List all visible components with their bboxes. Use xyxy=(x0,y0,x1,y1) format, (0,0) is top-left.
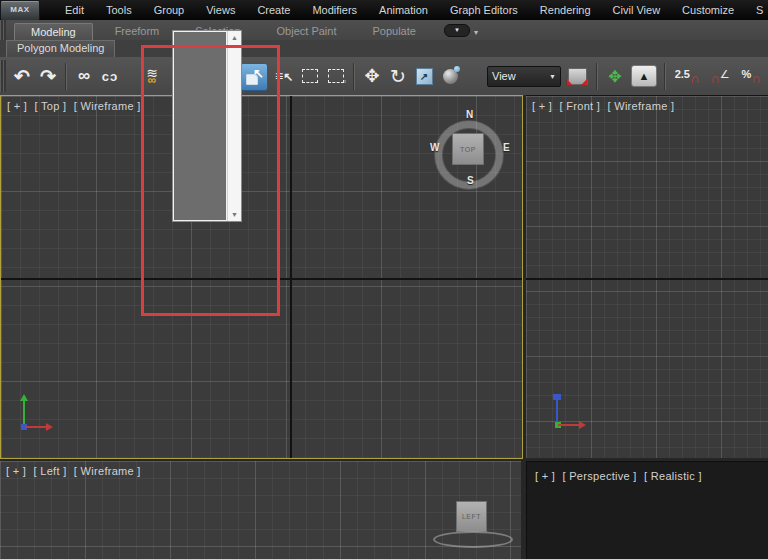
rectangular-selection-region-button[interactable] xyxy=(298,63,322,89)
select-and-link-button[interactable]: ∞ xyxy=(72,63,96,89)
use-pivot-point-center-button[interactable]: ◣ ◢ xyxy=(563,63,591,89)
panel-tab-polygon-modeling[interactable]: Polygon Modeling xyxy=(6,40,115,57)
coord-dropdown-arrow-icon: ▼ xyxy=(549,73,556,80)
snaps-toggle-button[interactable]: 2.5∩ xyxy=(671,63,703,89)
toolbar-separator xyxy=(664,63,666,90)
window-crossing-toggle-button[interactable]: ▫ xyxy=(324,63,348,89)
menu-scripting-clipped[interactable]: S xyxy=(745,0,768,20)
viewcube-compass-ellipse[interactable] xyxy=(433,531,513,548)
ribbon-drag-grip[interactable] xyxy=(0,20,6,40)
tab-object-paint[interactable]: Object Paint xyxy=(263,23,351,40)
viewcube-top-face[interactable]: TOP xyxy=(452,133,484,165)
scroll-up-icon[interactable]: ▲ xyxy=(228,34,241,41)
select-and-manipulate-button[interactable]: ✥ xyxy=(603,63,627,89)
viewport-name-button[interactable]: [ Perspective ] xyxy=(563,470,637,482)
scale-icon: ↗ xyxy=(416,68,433,85)
select-and-rotate-button[interactable]: ↻ xyxy=(386,63,410,89)
undo-icon: ↶ xyxy=(14,65,30,88)
window-crossing-icon: ▫ xyxy=(328,69,344,83)
axis-tripod-top xyxy=(13,394,57,438)
tab-modeling[interactable]: Modeling xyxy=(14,23,93,40)
move-icon: ✥ xyxy=(364,65,379,87)
viewport-name-button[interactable]: [ Top ] xyxy=(35,100,67,112)
manipulate-icon: ✥ xyxy=(608,67,621,86)
menu-bar: MAX Edit Tools Group Views Create Modifi… xyxy=(0,0,768,20)
reference-coordinate-system-dropdown[interactable]: View ▼ xyxy=(487,66,561,87)
pivot-center-icon: ◣ ◢ xyxy=(568,68,587,85)
compass-south-label[interactable]: S xyxy=(467,175,474,186)
ribbon-overflow-caret-icon[interactable]: ▾ xyxy=(474,28,478,37)
menu-edit[interactable]: Edit xyxy=(54,0,95,20)
viewport-menu-button[interactable]: [ + ] xyxy=(535,470,555,482)
compass-north-label[interactable]: N xyxy=(466,109,473,120)
toolbar-drag-grip[interactable] xyxy=(0,60,6,92)
unlink-icon: cɔ xyxy=(102,69,118,84)
grid-origin-line-horizontal xyxy=(526,278,768,280)
compass-east-label[interactable]: E xyxy=(503,142,510,153)
link-icon: ∞ xyxy=(78,66,90,86)
menu-group[interactable]: Group xyxy=(143,0,196,20)
select-and-scale-button[interactable]: ↗ xyxy=(412,63,436,89)
axis-x-icon xyxy=(46,423,53,431)
viewport-menu-button[interactable]: [ + ] xyxy=(532,100,552,112)
menu-tools[interactable]: Tools xyxy=(95,0,143,20)
menu-animation[interactable]: Animation xyxy=(368,0,439,20)
snap-magnet-icon: ∩ xyxy=(690,74,699,84)
select-and-move-button[interactable]: ✥ xyxy=(360,63,384,89)
redo-button[interactable]: ↷ xyxy=(36,63,60,89)
viewcube-left[interactable]: LEFT xyxy=(425,491,520,559)
tab-populate[interactable]: Populate xyxy=(358,23,429,40)
rotate-icon: ↻ xyxy=(390,65,406,88)
viewport-shading-button[interactable]: [ Wireframe ] xyxy=(607,100,674,112)
unlink-selection-button[interactable]: cɔ xyxy=(98,63,122,89)
viewcube-left-face[interactable]: LEFT xyxy=(456,501,487,532)
viewport-left-label: [ + ] [ Left ] [ Wireframe ] xyxy=(6,465,145,477)
angle-magnet-icon: ∩ xyxy=(710,74,719,84)
tab-freeform[interactable]: Freeform xyxy=(101,23,174,40)
percent-snap-toggle-button[interactable]: %∩ xyxy=(737,63,765,89)
menu-create[interactable]: Create xyxy=(246,0,301,20)
redo-icon: ↷ xyxy=(40,65,56,88)
percent-symbol: % xyxy=(741,68,751,80)
grid-origin-line-vertical xyxy=(290,96,292,458)
ribbon-panel-row: Polygon Modeling xyxy=(0,40,768,57)
viewcube-top[interactable]: N E S W TOP xyxy=(426,109,516,199)
viewport-shading-button[interactable]: [ Realistic ] xyxy=(644,470,702,482)
viewport-left[interactable]: [ + ] [ Left ] [ Wireframe ] LEFT xyxy=(0,461,521,559)
snap-value-label: 2.5 xyxy=(675,68,690,80)
viewport-top-label: [ + ] [ Top ] [ Wireframe ] xyxy=(7,100,145,112)
viewport-menu-button[interactable]: [ + ] xyxy=(6,465,26,477)
viewport-name-button[interactable]: [ Front ] xyxy=(560,100,601,112)
undo-button[interactable]: ↶ xyxy=(10,63,34,89)
viewport-perspective[interactable]: [ + ] [ Perspective ] [ Realistic ] xyxy=(526,461,768,559)
ribbon-minimize-icon[interactable]: ▼ xyxy=(444,24,470,37)
compass-west-label[interactable]: W xyxy=(430,142,439,153)
menu-views[interactable]: Views xyxy=(195,0,246,20)
percent-magnet-icon: ∩ xyxy=(751,74,760,84)
menu-graph-editors[interactable]: Graph Editors xyxy=(439,0,529,20)
menu-civil-view[interactable]: Civil View xyxy=(602,0,671,20)
menu-customize[interactable]: Customize xyxy=(671,0,745,20)
viewport-menu-button[interactable]: [ + ] xyxy=(7,100,27,112)
toolbar-separator xyxy=(353,63,355,90)
viewport-shading-button[interactable]: [ Wireframe ] xyxy=(74,100,141,112)
keyboard-shortcut-override-button[interactable]: ▲ xyxy=(629,63,659,89)
toolbar-separator xyxy=(596,63,598,90)
angle-snap-toggle-button[interactable]: ∩∠ xyxy=(705,63,735,89)
main-toolbar: ↶ ↷ ∞ cɔ ≋ ∞ ▼ ↖ ≡↖ ▫ ✥ ↻ xyxy=(0,57,768,96)
viewport-shading-button[interactable]: [ Wireframe ] xyxy=(74,465,141,477)
axis-x-icon xyxy=(579,421,586,429)
viewport-perspective-label: [ + ] [ Perspective ] [ Realistic ] xyxy=(535,470,706,482)
angle-symbol: ∠ xyxy=(720,68,730,81)
menu-rendering[interactable]: Rendering xyxy=(529,0,602,20)
viewport-name-button[interactable]: [ Left ] xyxy=(34,465,67,477)
coord-system-value: View xyxy=(492,70,516,82)
rectangular-region-icon xyxy=(302,69,318,83)
axis-tripod-front xyxy=(546,392,590,436)
viewport-front[interactable]: [ + ] [ Front ] [ Wireframe ] xyxy=(526,95,768,458)
viewport-front-label: [ + ] [ Front ] [ Wireframe ] xyxy=(532,100,678,112)
keyboard-override-icon: ▲ xyxy=(631,65,657,87)
menu-modifiers[interactable]: Modifiers xyxy=(301,0,368,20)
select-and-place-button[interactable] xyxy=(438,63,462,89)
max-logo-button[interactable]: MAX xyxy=(0,0,40,21)
